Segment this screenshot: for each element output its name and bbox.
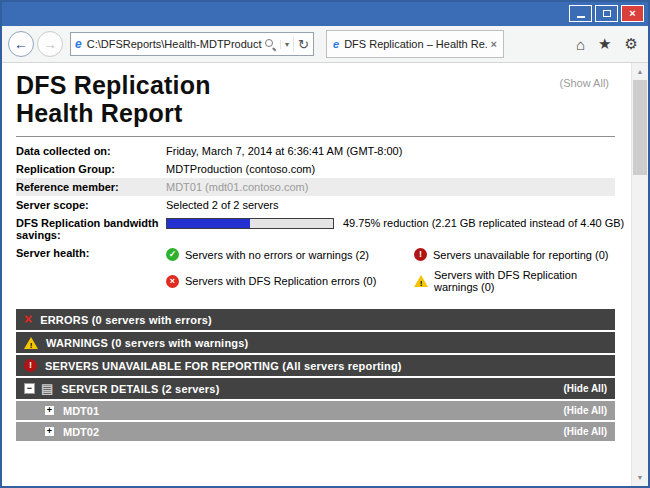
page-title-line1: DFS Replication	[16, 71, 615, 99]
info-row-data-collected: Data collected on: Friday, March 7, 2014…	[16, 142, 615, 160]
server-name: MDT01	[63, 405, 99, 417]
dfs-health-report: DFS Replication Health Report (Show All)…	[2, 63, 631, 486]
address-bar[interactable]: e C:\DFSReports\Health-MDTProduction-07M…	[70, 32, 314, 56]
bandwidth-text: 49.75% reduction (2.21 GB replicated ins…	[343, 217, 624, 229]
section-label: WARNINGS (0 servers with warnings)	[46, 337, 248, 349]
vertical-scrollbar[interactable]: ▲ ▼	[631, 63, 648, 486]
info-row-replication-group: Replication Group: MDTProduction (contos…	[16, 160, 615, 178]
info-value: Friday, March 7, 2014 at 6:36:41 AM (GMT…	[166, 145, 402, 157]
minimize-button[interactable]	[569, 5, 592, 22]
address-text[interactable]: C:\DFSReports\Health-MDTProduction-07Mar	[87, 38, 262, 50]
scroll-up-arrow[interactable]: ▲	[632, 63, 648, 80]
page-content: DFS Replication Health Report (Show All)…	[2, 63, 648, 486]
favorites-star-icon[interactable]: ★	[598, 35, 611, 53]
warnings-section-header[interactable]: ! WARNINGS (0 servers with warnings)	[16, 332, 615, 353]
divider	[16, 136, 615, 137]
info-value: Selected 2 of 2 servers	[166, 199, 279, 211]
show-all-link[interactable]: (Show All)	[559, 77, 609, 89]
section-label: ERRORS (0 servers with errors)	[40, 314, 212, 326]
tab-close-icon[interactable]: ×	[491, 38, 497, 50]
health-item-warnings: ! Servers with DFS Replication warnings …	[414, 269, 615, 293]
info-row-server-scope: Server scope: Selected 2 of 2 servers	[16, 196, 615, 214]
back-arrow-icon: ←	[14, 36, 28, 52]
error-cross-icon: ×	[166, 275, 179, 288]
unavailable-exclamation-icon: !	[24, 359, 37, 372]
hide-all-link[interactable]: (Hide All)	[563, 426, 607, 437]
browser-window: × ← → e C:\DFSReports\Health-MDTProducti…	[0, 0, 650, 488]
server-details-section-header[interactable]: − ▤ SERVER DETAILS (2 servers) (Hide All…	[16, 378, 615, 399]
info-label: Data collected on:	[16, 145, 166, 157]
collapse-minus-icon[interactable]: −	[24, 383, 35, 394]
caption-buttons: ×	[569, 5, 644, 22]
maximize-button[interactable]	[595, 5, 618, 22]
tab-page-icon: e	[333, 38, 339, 50]
refresh-icon[interactable]: ↻	[293, 37, 309, 52]
info-label: Server health:	[16, 247, 166, 259]
bandwidth-progress-bar	[166, 218, 334, 229]
settings-gear-icon[interactable]: ⚙	[625, 35, 638, 53]
scrollbar-thumb[interactable]	[633, 80, 647, 175]
title-bar[interactable]: ×	[2, 2, 648, 26]
health-item-unavailable: ! Servers unavailable for reporting (0)	[414, 248, 615, 261]
errors-section-header[interactable]: × ERRORS (0 servers with errors)	[16, 309, 615, 330]
toolbar-icons: ⌂ ★ ⚙	[576, 35, 638, 53]
forward-button[interactable]: →	[37, 31, 63, 57]
unavailable-exclamation-icon: !	[414, 248, 427, 261]
close-icon: ×	[629, 8, 635, 19]
expand-plus-icon[interactable]: +	[44, 426, 55, 437]
server-icon: ▤	[41, 382, 53, 395]
warning-triangle-icon: !	[24, 337, 38, 349]
health-item-text: Servers with no errors or warnings (2)	[185, 249, 369, 261]
page-icon: e	[75, 37, 82, 51]
expand-plus-icon[interactable]: +	[44, 405, 55, 416]
home-icon[interactable]: ⌂	[576, 36, 585, 53]
server-name: MDT02	[63, 426, 99, 438]
server-health-legend: ✓ Servers with no errors or warnings (2)…	[166, 248, 615, 293]
forward-arrow-icon: →	[43, 36, 57, 52]
info-label: DFS Replication bandwidth savings:	[16, 217, 166, 241]
page-title: DFS Replication Health Report	[16, 71, 615, 127]
tab-dfs-replication-health-report[interactable]: e DFS Replication – Health Re... ×	[326, 30, 504, 58]
warning-triangle-icon: !	[414, 275, 428, 287]
search-icon[interactable]	[265, 39, 276, 50]
health-item-errors: × Servers with DFS Replication errors (0…	[166, 269, 414, 293]
page-title-line2: Health Report	[16, 99, 615, 127]
section-label: SERVERS UNAVAILABLE FOR REPORTING (All s…	[45, 360, 402, 372]
back-button[interactable]: ←	[8, 31, 34, 57]
health-item-text: Servers with DFS Replication errors (0)	[185, 275, 376, 287]
minimize-icon	[577, 16, 585, 18]
error-cross-icon: ×	[24, 313, 32, 326]
info-row-server-health: Server health: ✓ Servers with no errors …	[16, 244, 615, 296]
health-item-text: Servers with DFS Replication warnings (0…	[434, 269, 615, 293]
info-row-reference-member: Reference member: MDT01 (mdt01.contoso.c…	[16, 178, 615, 196]
hide-all-link[interactable]: (Hide All)	[563, 405, 607, 416]
health-item-no-errors: ✓ Servers with no errors or warnings (2)	[166, 248, 414, 261]
success-check-icon: ✓	[166, 248, 179, 261]
health-item-text: Servers unavailable for reporting (0)	[433, 249, 608, 261]
maximize-icon	[603, 10, 611, 17]
info-label: Replication Group:	[16, 163, 166, 175]
report-sections: × ERRORS (0 servers with errors) ! WARNI…	[16, 309, 615, 441]
report-summary: Data collected on: Friday, March 7, 2014…	[16, 142, 615, 296]
unavailable-section-header[interactable]: ! SERVERS UNAVAILABLE FOR REPORTING (All…	[16, 355, 615, 376]
hide-all-link[interactable]: (Hide All)	[563, 383, 607, 394]
info-value: MDT01 (mdt01.contoso.com)	[166, 181, 308, 193]
close-button[interactable]: ×	[621, 5, 644, 22]
info-label: Reference member:	[16, 181, 166, 193]
scroll-down-arrow[interactable]: ▼	[632, 469, 648, 486]
bandwidth-fill	[167, 219, 250, 228]
section-label: SERVER DETAILS (2 servers)	[61, 383, 219, 395]
chevron-down-icon[interactable]: ▾	[280, 40, 293, 49]
info-row-bandwidth: DFS Replication bandwidth savings: 49.75…	[16, 214, 615, 244]
tab-title: DFS Replication – Health Re...	[344, 38, 486, 50]
info-value: MDTProduction (contoso.com)	[166, 163, 315, 175]
info-label: Server scope:	[16, 199, 166, 211]
server-row-mdt01[interactable]: + MDT01 (Hide All)	[16, 401, 615, 420]
server-row-mdt02[interactable]: + MDT02 (Hide All)	[16, 422, 615, 441]
navigation-bar: ← → e C:\DFSReports\Health-MDTProduction…	[2, 26, 648, 63]
